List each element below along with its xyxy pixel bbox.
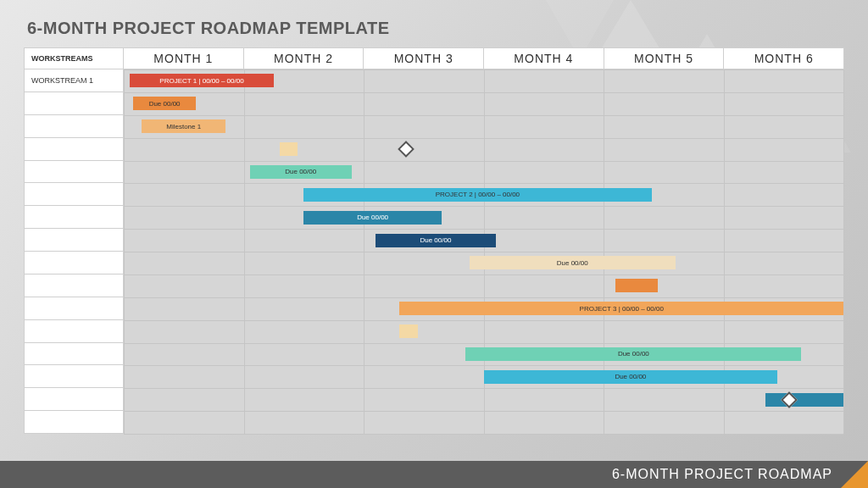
side-cell [24,388,124,411]
side-cell [24,365,124,388]
gantt-bar[interactable]: Milestone 1 [142,119,225,133]
gantt-bar[interactable]: Due 00/00 [303,211,442,225]
gantt-bar[interactable]: Due 00/00 [470,256,676,269]
footer-accent-icon [841,461,868,488]
side-cell [24,115,124,138]
gantt-bar[interactable] [615,279,658,292]
gantt-bar[interactable]: PROJECT 1 | 00/00 – 00/00 [130,74,274,87]
month-header-4: MONTH 4 [484,47,604,69]
month-header-1: MONTH 1 [124,47,244,69]
month-header-6: MONTH 6 [724,47,844,69]
side-cell [24,92,124,115]
footer-bar: 6-MONTH PROJECT ROADMAP [0,461,868,488]
side-cell [24,229,124,252]
milestone-diamond-icon[interactable] [398,141,415,158]
side-cell: WORKSTREAM 1 [24,69,124,92]
roadmap-grid: WORKSTREAMS MONTH 1 MONTH 2 MONTH 3 MONT… [24,47,844,434]
gantt-bar[interactable]: Due 00/00 [376,234,496,247]
gantt-bar[interactable]: PROJECT 3 | 00/00 – 00/00 [399,302,843,315]
gantt-bar[interactable]: Due 00/00 [133,97,196,110]
side-cell [24,252,124,274]
page-title: 6-MONTH PROJECT ROADMAP TEMPLATE [27,19,390,38]
side-cell [24,161,124,184]
side-cell [24,297,124,320]
side-cell [24,138,124,161]
gantt-bar[interactable] [399,324,417,338]
month-header-5: MONTH 5 [604,47,725,69]
gantt-bar[interactable]: PROJECT 2 | 00/00 – 00/00 [303,188,651,202]
footer-text: 6-MONTH PROJECT ROADMAP [612,467,832,482]
gantt-bar[interactable]: Due 00/00 [484,370,778,384]
gantt-bar[interactable] [280,142,298,156]
side-cell [24,274,124,297]
side-cell [24,411,124,434]
gantt-area: PROJECT 1 | 00/00 – 00/00Due 00/00Milest… [124,69,844,434]
gantt-bar[interactable]: Due 00/00 [465,347,801,361]
header-row: WORKSTREAMS MONTH 1 MONTH 2 MONTH 3 MONT… [24,47,844,69]
gantt-bar[interactable]: Due 00/00 [250,165,352,179]
gantt-bar[interactable] [765,393,843,407]
side-cell [24,320,124,343]
side-column: WORKSTREAM 1 [24,69,124,434]
workstreams-header: WORKSTREAMS [24,47,124,69]
month-header-3: MONTH 3 [364,47,484,69]
side-cell [24,183,124,206]
side-cell [24,206,124,229]
month-header-2: MONTH 2 [244,47,364,69]
side-cell [24,343,124,366]
